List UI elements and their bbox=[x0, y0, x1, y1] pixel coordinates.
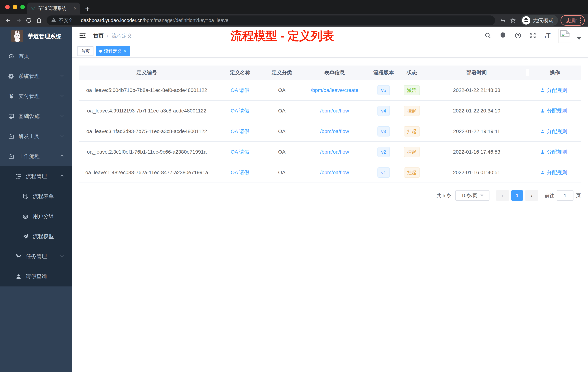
search-icon[interactable] bbox=[484, 32, 491, 40]
definition-name-link[interactable]: OA 请假 bbox=[231, 107, 250, 114]
dashboard-icon bbox=[8, 53, 15, 59]
page-content: 定义编号 定义名称 定义分类 表单信息 流程版本 状态 部署时间 操作 oa_l… bbox=[72, 57, 588, 372]
window-minimize-button[interactable] bbox=[13, 5, 17, 9]
assign-rule-button[interactable]: 分配规则 bbox=[540, 169, 567, 176]
form-info-link[interactable]: /bpm/oa/flow bbox=[320, 170, 349, 175]
sidebar-item-label: 研发工具 bbox=[19, 133, 40, 140]
next-page-button[interactable]: › bbox=[525, 190, 538, 201]
main-area: 首页 / 流程定义 流程模型 - 定义列表 тT bbox=[72, 27, 588, 372]
definition-id: oa_leave:1:482ec033-762a-11ec-8477-a2380… bbox=[79, 170, 215, 175]
tag-close-icon[interactable]: × bbox=[124, 49, 126, 54]
page-header: 首页 / 流程定义 流程模型 - 定义列表 тT bbox=[72, 27, 588, 45]
definition-name-link[interactable]: OA 请假 bbox=[231, 87, 250, 94]
sidebar-item-devtools[interactable]: 研发工具 bbox=[0, 126, 72, 146]
sidebar-item-process-management[interactable]: 流程管理 bbox=[0, 166, 72, 186]
window-maximize-button[interactable] bbox=[20, 5, 25, 9]
table-row: oa_leave:4:991f2193-7b7f-11ec-a3c8-acde4… bbox=[79, 101, 581, 121]
sidebar-item-process-form[interactable]: 流程表单 bbox=[0, 186, 72, 206]
font-size-icon[interactable]: тT bbox=[544, 32, 551, 40]
reload-icon[interactable] bbox=[24, 15, 34, 25]
page-number-1[interactable]: 1 bbox=[511, 190, 523, 201]
window-close-button[interactable] bbox=[5, 5, 10, 9]
tags-view-bar: 首页 流程定义 × bbox=[72, 45, 588, 57]
assign-rule-button[interactable]: 分配规则 bbox=[540, 87, 567, 94]
sidebar-collapse-icon[interactable] bbox=[79, 32, 86, 40]
form-info-link[interactable]: /bpm/oa/flow bbox=[320, 149, 349, 155]
table-row: oa_leave:3:1fad3d93-7b75-11ec-a3c8-acde4… bbox=[79, 121, 581, 142]
sidebar-item-system[interactable]: 系统管理 bbox=[0, 66, 72, 86]
fullscreen-icon[interactable] bbox=[529, 32, 536, 40]
form-info-link[interactable]: /bpm/oa/flow bbox=[320, 129, 349, 134]
window-controls[interactable] bbox=[5, 5, 25, 9]
prev-page-button[interactable]: ‹ bbox=[496, 190, 509, 201]
pagination: 共 5 条 10条/页 ‹ 1 › 前往 1 页 bbox=[79, 190, 581, 201]
forward-icon[interactable] bbox=[13, 15, 24, 25]
sidebar-item-process-model[interactable]: 流程模型 bbox=[0, 226, 72, 246]
table-row: oa_leave:5:004b710b-7b8a-11ec-8ef0-acde4… bbox=[79, 80, 581, 101]
sidebar-item-task-management[interactable]: 任务管理 bbox=[0, 246, 72, 266]
home-icon[interactable] bbox=[34, 15, 44, 25]
sidebar-item-workflow[interactable]: 工作流程 bbox=[0, 146, 72, 166]
security-label[interactable]: 不安全 bbox=[59, 17, 73, 24]
tab-close-icon[interactable]: × bbox=[74, 6, 77, 11]
task-flow-icon bbox=[15, 253, 22, 260]
url-bar[interactable]: 不安全 dashboard.yudao.iocoder.cn/bpm/manag… bbox=[47, 15, 495, 25]
sidebar-item-label: 首页 bbox=[19, 53, 29, 60]
definition-name-link[interactable]: OA 请假 bbox=[231, 149, 250, 155]
assign-rule-label: 分配规则 bbox=[547, 128, 567, 135]
browser-update-button[interactable]: 更新 bbox=[561, 15, 585, 26]
goto-page-input[interactable]: 1 bbox=[557, 190, 573, 201]
tag-home[interactable]: 首页 bbox=[77, 46, 94, 56]
tag-process-definition[interactable]: 流程定义 × bbox=[96, 46, 130, 56]
assign-rule-button[interactable]: 分配规则 bbox=[540, 128, 567, 135]
sidebar-item-leave-query[interactable]: 请假查询 bbox=[0, 266, 72, 286]
pagination-total: 共 5 条 bbox=[437, 192, 451, 199]
column-header: 定义名称 bbox=[215, 69, 265, 76]
definition-category: OA bbox=[265, 108, 298, 114]
form-info-link[interactable]: /bpm/oa/flow bbox=[320, 108, 349, 114]
avatar-dropdown-caret-icon[interactable] bbox=[577, 37, 581, 40]
back-icon[interactable] bbox=[3, 15, 13, 25]
definition-id: oa_leave:2:3c1f0ef1-76b1-11ec-9c66-a2380… bbox=[79, 149, 215, 155]
browser-tab[interactable]: 芋道管理系统 × bbox=[27, 2, 80, 14]
sidebar-item-label: 基础设施 bbox=[19, 113, 40, 120]
column-header: 定义分类 bbox=[265, 69, 298, 76]
header-actions: тT bbox=[484, 29, 581, 43]
definition-category: OA bbox=[265, 149, 298, 155]
page-size-select[interactable]: 10条/页 bbox=[455, 190, 489, 201]
definition-name-link[interactable]: OA 请假 bbox=[231, 169, 250, 176]
form-info-link[interactable]: /bpm/oa/leave/create bbox=[311, 87, 358, 93]
definition-name-link[interactable]: OA 请假 bbox=[231, 128, 250, 135]
avatar-broken-image[interactable] bbox=[558, 29, 571, 43]
column-header: 部署时间 bbox=[427, 69, 526, 76]
sidebar-item-label: 支付管理 bbox=[19, 93, 40, 100]
definition-category: OA bbox=[265, 170, 298, 175]
version-badge: v1 bbox=[378, 167, 390, 178]
url-text[interactable]: dashboard.yudao.iocoder.cn/bpm/manager/d… bbox=[81, 18, 228, 23]
assign-rule-button[interactable]: 分配规则 bbox=[540, 107, 567, 114]
browser-toolbar: 不安全 dashboard.yudao.iocoder.cn/bpm/manag… bbox=[0, 14, 588, 27]
chevron-down-icon bbox=[60, 253, 64, 260]
breadcrumb-home[interactable]: 首页 bbox=[94, 33, 104, 39]
new-tab-button[interactable]: + bbox=[85, 5, 90, 13]
status-badge: 挂起 bbox=[404, 147, 420, 157]
status-badge: 激活 bbox=[404, 85, 420, 95]
sidebar-item-home[interactable]: 首页 bbox=[0, 46, 72, 66]
sidebar-item-payment[interactable]: ¥ 支付管理 bbox=[0, 86, 72, 106]
table-row: oa_leave:1:482ec033-762a-11ec-8477-a2380… bbox=[79, 162, 581, 183]
tab-title: 芋道管理系统 bbox=[38, 5, 71, 12]
assign-rule-label: 分配规则 bbox=[547, 87, 567, 94]
version-badge: v4 bbox=[378, 106, 390, 116]
bookmark-star-icon[interactable] bbox=[508, 15, 518, 25]
security-warning-icon[interactable] bbox=[51, 17, 56, 23]
sidebar-item-infrastructure[interactable]: 基础设施 bbox=[0, 106, 72, 126]
sidebar: 芋道管理系统 首页 系统管理 ¥ 支付管理 bbox=[0, 27, 72, 372]
github-icon[interactable] bbox=[499, 32, 506, 40]
browser-menu-icon[interactable] bbox=[580, 17, 581, 23]
definition-id: oa_leave:4:991f2193-7b7f-11ec-a3c8-acde4… bbox=[79, 108, 215, 114]
deploy-time: 2022-01-16 01:40:51 bbox=[427, 170, 526, 175]
password-key-icon[interactable] bbox=[498, 15, 508, 25]
assign-rule-button[interactable]: 分配规则 bbox=[540, 149, 567, 155]
help-icon[interactable] bbox=[514, 32, 521, 40]
sidebar-item-user-group[interactable]: 用户分组 bbox=[0, 206, 72, 226]
